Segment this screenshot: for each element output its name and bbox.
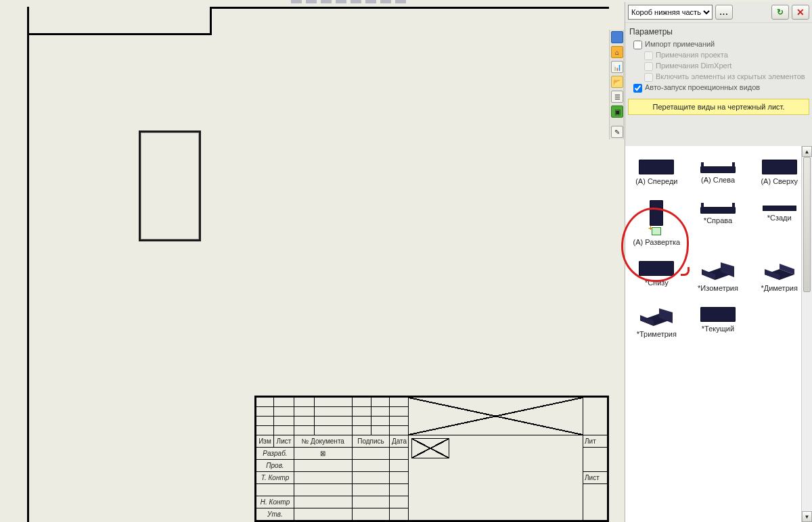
view-label: (A) Сверху (761, 177, 798, 185)
dimxpert-notes-label: Примечания DimXpert (656, 62, 731, 70)
parameters-title: Параметры (629, 27, 808, 37)
hidden-elems-check[interactable]: Включить элементы из скрытых элементов (629, 72, 808, 82)
import-notes-label: Импорт примечаний (645, 40, 715, 48)
role-razrab: Разраб. (256, 448, 294, 460)
tree-icon[interactable]: ☰ (611, 91, 623, 103)
project-notes-check[interactable]: Примечания проекта (629, 50, 808, 61)
home-icon[interactable]: ⌂ (611, 46, 623, 58)
stats-icon[interactable]: 📊 (611, 61, 623, 73)
view-label: *Справа (704, 216, 732, 224)
close-button[interactable]: ✕ (792, 5, 809, 20)
role-utv: Утв. (256, 508, 294, 521)
task-panel: Короб нижняя часть ... ↻ ✕ Параметры Имп… (625, 2, 812, 522)
scroll-thumb[interactable] (803, 157, 811, 292)
view-tile[interactable]: *Текущий (688, 304, 748, 341)
th-lit: Лит (583, 435, 608, 448)
open-folder-icon[interactable]: 📂 (611, 76, 623, 88)
browse-button[interactable]: ... (715, 5, 733, 20)
th-doc: № Документа (294, 435, 352, 448)
role-prov: Пров. (256, 460, 294, 472)
dimxpert-notes-checkbox (644, 62, 653, 71)
view-tile[interactable]: *Сзади (749, 197, 809, 249)
view-label: *Снизу (645, 279, 669, 287)
view-label: *Сзади (767, 214, 792, 222)
parameters-section: Параметры Импорт примечаний Примечания п… (625, 22, 812, 99)
th-date: Дата (390, 435, 409, 448)
scroll-down-button[interactable]: ▼ (802, 511, 812, 522)
view-tile[interactable]: *Справа (688, 197, 748, 249)
project-notes-label: Примечания проекта (656, 51, 728, 59)
dimxpert-notes-check[interactable]: Примечания DimXpert (629, 61, 808, 72)
title-block: Изм Лист № Документа Подпись Дата Лит Ра… (254, 396, 609, 522)
view-tile[interactable]: (A) Слева (688, 157, 748, 188)
view-label: *Диметрия (761, 284, 797, 292)
refresh-button[interactable]: ↻ (771, 5, 789, 20)
view-tile[interactable]: *Диметрия (749, 258, 809, 295)
view-tile[interactable]: *Триметрия (627, 304, 687, 341)
view-label: *Изометрия (698, 284, 738, 292)
role-nkontr: Н. Контр (256, 496, 294, 508)
import-notes-checkbox[interactable] (633, 41, 642, 49)
side-toolbar: ⌂ 📊 📂 ☰ ▣ ✎ (609, 30, 624, 139)
commands-icon[interactable]: ✎ (611, 126, 623, 138)
auto-launch-check[interactable]: Авто-запуск проекционных видов (629, 82, 808, 93)
x-icon: ⊠ (294, 448, 352, 460)
view-label: *Текущий (702, 325, 734, 333)
view-label: (A) Спереди (635, 177, 677, 185)
part-config-select[interactable]: Короб нижняя часть (628, 5, 713, 20)
th-izm: Изм (256, 435, 274, 448)
th-list: Лист (273, 435, 294, 448)
auto-launch-label: Авто-запуск проекционных видов (645, 83, 760, 91)
view-tile[interactable]: *Снизу (627, 258, 687, 295)
import-notes-check[interactable]: Импорт примечаний (629, 39, 808, 50)
placed-view-rectangle[interactable] (139, 130, 201, 241)
hidden-elems-label: Включить элементы из скрытых элементов (656, 72, 805, 80)
sheet-border (27, 7, 29, 522)
flat-pattern-icon (652, 227, 661, 235)
views-scrollbar[interactable]: ▲ ▼ (801, 146, 812, 522)
view-tile[interactable]: *Изометрия (688, 258, 748, 295)
view-tile[interactable]: (A) Сверху (749, 157, 809, 188)
sheet-top-cutout (27, 7, 212, 35)
project-notes-checkbox (644, 51, 653, 60)
drawing-canvas[interactable]: Изм Лист № Документа Подпись Дата Лит Ра… (0, 3, 609, 522)
view-label: *Триметрия (637, 330, 677, 338)
role-tkontr: Т. Контр (256, 472, 294, 484)
views-palette: (A) Спереди(A) Слева(A) Сверху(A) Развер… (625, 146, 811, 522)
view-label: (A) Слева (701, 176, 735, 184)
th-list-right: Лист (583, 472, 608, 484)
view-tile[interactable]: (A) Спереди (627, 157, 687, 188)
view-label: (A) Развертка (633, 238, 681, 246)
view-selector-icon[interactable]: ▣ (611, 105, 623, 118)
hidden-elems-checkbox (644, 73, 653, 82)
panel-top-row: Короб нижняя часть ... ↻ ✕ (625, 2, 812, 22)
scroll-up-button[interactable]: ▲ (802, 146, 812, 157)
auto-launch-checkbox[interactable] (633, 84, 642, 93)
display-states-icon[interactable] (611, 31, 623, 43)
th-sign: Подпись (352, 435, 390, 448)
drag-hint-banner: Перетащите виды на чертежный лист. (628, 99, 809, 115)
view-tile[interactable]: (A) Развертка (627, 197, 687, 249)
